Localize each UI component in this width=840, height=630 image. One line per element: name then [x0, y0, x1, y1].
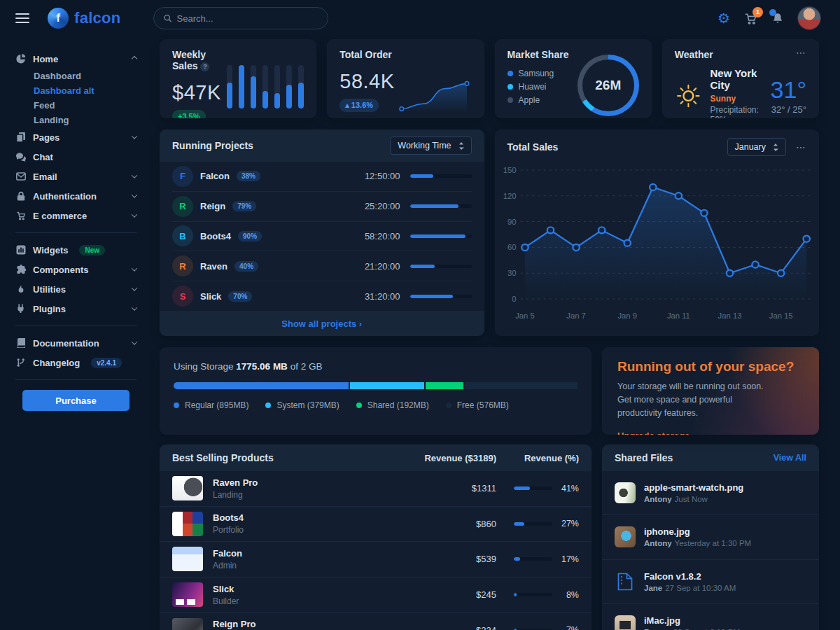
sidebar-divider: [15, 379, 136, 380]
shopping-cart-icon: [15, 211, 26, 220]
storage-promo-card: Running out of your space? Your storage …: [602, 347, 819, 435]
total-order-line-chart: [395, 70, 472, 118]
sidebar-item-ecommerce[interactable]: E commerce: [15, 206, 136, 225]
legend-dot-samsung: [507, 71, 513, 76]
chevron-down-icon: [132, 133, 137, 139]
market-share-donut-chart: 26M: [578, 55, 639, 116]
project-row: R Reign 79% 25:20:00: [172, 191, 472, 221]
user-avatar[interactable]: [798, 7, 820, 29]
product-name[interactable]: Falcon: [213, 548, 391, 559]
shopping-cart-icon[interactable]: 1: [744, 12, 757, 25]
sidebar-item-dashboard-alt[interactable]: Dashboard alt: [15, 83, 136, 98]
legend-item: Shared (192MB): [356, 400, 429, 410]
sort-arrows-icon: [458, 142, 464, 150]
file-item: apple-smart-watch.png AntonyJust Now: [602, 471, 819, 514]
svg-text:Jan 15: Jan 15: [769, 312, 792, 320]
svg-text:Jan 7: Jan 7: [566, 312, 586, 320]
hamburger-menu-icon[interactable]: [15, 13, 29, 23]
revenue-pct: 8%: [559, 590, 579, 600]
new-badge: New: [79, 245, 105, 255]
sort-arrows-icon: [773, 144, 778, 151]
product-thumbnail: [172, 476, 203, 500]
product-revenue: $539: [391, 554, 496, 564]
sidebar-item-dashboard[interactable]: Dashboard: [15, 69, 136, 83]
project-progress-bar: [410, 234, 472, 238]
search-box[interactable]: [153, 7, 328, 29]
product-category: Portfolio: [213, 525, 391, 535]
product-row: Boots4 Portfolio $860 27%: [160, 506, 592, 542]
sidebar-item-feed[interactable]: Feed: [15, 98, 136, 113]
sidebar-item-changelog[interactable]: Changelog v2.4.1: [15, 353, 136, 372]
sidebar-item-email[interactable]: Email: [15, 167, 136, 186]
project-name[interactable]: Raven: [200, 261, 227, 272]
ellipsis-menu-icon[interactable]: ⋯: [796, 144, 806, 150]
widgets-icon: [15, 245, 26, 255]
month-select[interactable]: January: [727, 138, 786, 156]
shared-files-list: apple-smart-watch.png AntonyJust Now iph…: [602, 471, 819, 630]
file-thumbnail: [615, 482, 636, 503]
project-avatar: F: [172, 166, 193, 187]
puzzle-icon: [15, 265, 26, 274]
shared-files-title: Shared Files: [615, 452, 673, 463]
sidebar-item-utilities[interactable]: Utilities: [15, 279, 136, 299]
file-thumbnail: [615, 615, 636, 630]
project-progress-bar: [410, 295, 472, 298]
product-name[interactable]: Reign Pro: [213, 619, 391, 629]
file-name[interactable]: iphone.jpg: [644, 526, 751, 537]
sidebar-item-landing[interactable]: Landing: [15, 113, 136, 127]
revenue-pct: 27%: [559, 519, 579, 528]
file-name[interactable]: Falcon v1.8.2: [644, 571, 736, 582]
revenue-pct: 17%: [559, 554, 579, 564]
project-name[interactable]: Boots4: [200, 231, 231, 241]
product-name[interactable]: Slick: [213, 584, 391, 594]
sidebar: Home Dashboard Dashboard alt Feed Landin…: [0, 36, 150, 630]
total-order-card: Total Order 58.4K ▴ 13.6%: [327, 39, 484, 118]
notification-dot: [769, 9, 776, 16]
chevron-down-icon: [132, 265, 137, 271]
sidebar-item-authentication[interactable]: Authentication: [15, 186, 136, 206]
total-sales-line-chart: 0306090120150Jan 5Jan 7Jan 9Jan 11Jan 13…: [495, 159, 820, 336]
sidebar-item-documentation[interactable]: Documentation: [15, 333, 136, 353]
sidebar-item-chat[interactable]: Chat: [15, 147, 136, 167]
file-item: Falcon v1.8.2 Jane27 Sep at 10:30 AM: [602, 559, 819, 603]
sidebar-item-components[interactable]: Components: [15, 260, 136, 279]
storage-card: Using Storage 1775.06 MB of 2 GB Regular…: [160, 347, 592, 435]
settings-gear-icon[interactable]: ⚙: [718, 11, 730, 25]
product-row: Raven Pro Landing $1311 41%: [160, 471, 592, 506]
working-time-select[interactable]: Working Time: [390, 136, 471, 155]
weather-precipitation: Precipitation: 50%: [710, 105, 762, 118]
sidebar-item-home[interactable]: Home: [15, 49, 136, 69]
arrow-right-icon: ›: [359, 318, 362, 329]
project-name[interactable]: Reign: [200, 201, 225, 211]
purchase-button[interactable]: Purchase: [22, 390, 130, 411]
upgrade-storage-link[interactable]: Upgrade storage ›: [617, 430, 695, 435]
project-name[interactable]: Falcon: [200, 171, 230, 181]
project-name[interactable]: Slick: [200, 291, 221, 302]
show-all-projects-link[interactable]: Show all projects ›: [281, 318, 362, 329]
svg-text:30: 30: [507, 269, 517, 277]
project-badge: 90%: [238, 231, 262, 241]
file-name[interactable]: apple-smart-watch.png: [644, 482, 743, 493]
product-name[interactable]: Raven Pro: [213, 477, 391, 488]
search-input[interactable]: [177, 13, 318, 24]
view-all-link[interactable]: View All: [774, 453, 806, 463]
sidebar-item-plugins[interactable]: Plugins: [15, 299, 136, 318]
ellipsis-menu-icon[interactable]: ⋯: [796, 49, 806, 56]
revenue-pct: 7%: [559, 625, 579, 630]
lock-icon: [15, 191, 26, 201]
chevron-down-icon: [132, 172, 137, 178]
notifications-bell-icon[interactable]: [771, 12, 784, 24]
sidebar-item-pages[interactable]: Pages: [15, 127, 136, 147]
svg-text:150: 150: [503, 166, 516, 174]
file-time: 27 Sep at 10:30 AM: [665, 584, 736, 592]
brand-logo[interactable]: f falcon: [48, 8, 121, 29]
project-time: 25:20:00: [365, 201, 400, 211]
shared-files-card: Shared Files View All apple-smart-watch.…: [602, 444, 819, 630]
product-name[interactable]: Boots4: [213, 512, 391, 523]
sidebar-item-widgets[interactable]: Widgets New: [15, 240, 136, 260]
legend-item: Huawei: [507, 82, 569, 92]
product-revenue: $245: [391, 589, 496, 600]
file-name[interactable]: iMac.jpg: [644, 615, 740, 626]
product-thumbnail: [172, 512, 203, 536]
help-icon[interactable]: ?: [200, 62, 209, 71]
